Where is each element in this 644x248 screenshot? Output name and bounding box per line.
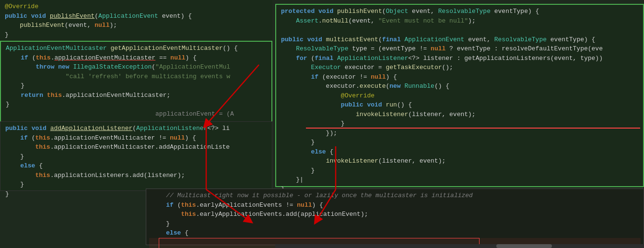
code-line: protected void publishEvent(Object event…: [279, 7, 640, 16]
code-line: if (executor != null) {: [279, 72, 640, 82]
code-line: ResolvableType type = (eventType != null…: [279, 44, 640, 54]
code-line: public void publishEvent(ApplicationEven…: [3, 12, 269, 21]
code-line: this.applicationEventMulticaster.addAppl…: [3, 142, 269, 152]
code-line: }: [3, 30, 269, 40]
code-line: }|: [279, 175, 640, 185]
code-line: [279, 25, 640, 35]
code-line: if (this.applicationEventMulticaster == …: [4, 53, 269, 63]
code-line: }: [279, 166, 640, 176]
code-line: public void multicastEvent(final Applica…: [279, 35, 640, 45]
code-line: if (this.applicationEventMulticaster != …: [3, 133, 269, 143]
code-line: }: [279, 138, 640, 147]
code-line: publishEvent(event, null);: [3, 21, 269, 30]
horizontal-scrollbar[interactable]: [275, 244, 644, 248]
code-line: // Multicast right now it possible - or …: [149, 191, 641, 201]
code-line: }: [279, 119, 640, 129]
code-line: Executor executor = getTaskExecutor();: [279, 63, 640, 72]
code-line: }: [149, 219, 641, 229]
code-line: });: [279, 129, 640, 138]
code-line: else {: [279, 147, 640, 157]
code-line: public void addApplicationListener(Appli…: [3, 124, 269, 133]
code-line: }: [4, 81, 269, 91]
code-line: if (this.earlyApplicationEvents != null)…: [149, 201, 641, 210]
code-line: @Override: [3, 2, 269, 12]
code-line: this.earlyApplicationEvents.add(applicat…: [149, 210, 641, 219]
code-line: for (final ApplicationListener<?> listen…: [279, 54, 640, 63]
panel-right: protected void publishEvent(Object event…: [275, 4, 644, 187]
code-line: executor.execute(new Runnable() {: [279, 82, 640, 91]
panel-bot-left: public void addApplicationListener(Appli…: [0, 121, 272, 191]
scrollbar-thumb[interactable]: [496, 244, 551, 248]
code-line: @Override: [279, 91, 640, 101]
panel-bottom: // Multicast right now it possible - or …: [146, 189, 644, 245]
code-line: public void run() {: [279, 100, 640, 110]
code-line: }: [3, 180, 269, 189]
code-line: }: [3, 152, 269, 162]
panel-top-left: @Override public void publishEvent(Appli…: [0, 0, 272, 43]
code-line: "call 'refresh' before multicasting even…: [4, 72, 269, 82]
code-line: invokeListener(listener, event);: [279, 156, 640, 166]
code-editor: @Override public void publishEvent(Appli…: [0, 0, 644, 248]
code-line: throw new IllegalStateException("Applica…: [4, 62, 269, 72]
code-line: Assert.notNull(event, "Event must not be…: [279, 16, 640, 26]
code-line: ApplicationEventMulticaster getApplicati…: [4, 44, 269, 53]
code-line: invokeListener(listener, event);: [279, 110, 640, 119]
code-line: else {: [149, 228, 641, 238]
code-line: this.applicationListeners.add(listener);: [3, 171, 269, 180]
code-line: }: [4, 100, 269, 109]
panel-mid-left: ApplicationEventMulticaster getApplicati…: [0, 41, 272, 125]
code-line: else {: [3, 161, 269, 171]
code-line: return this.applicationEventMulticaster;: [4, 91, 269, 100]
code-line: applicationEvent = (A: [4, 109, 269, 119]
